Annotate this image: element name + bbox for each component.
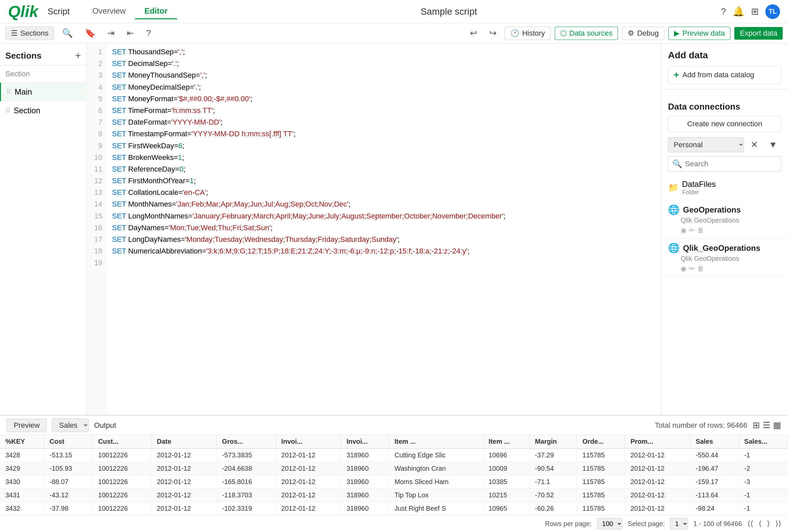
history-button[interactable]: 🕐 History <box>505 27 550 40</box>
col-header-7[interactable]: Item ... <box>389 435 483 448</box>
table-cell: 10385 <box>483 475 529 489</box>
bell-icon[interactable]: 🔔 <box>733 6 744 17</box>
data-table: %KEY Cost Cust... Date Gros... Invoi... … <box>0 435 788 515</box>
col-header-0[interactable]: %KEY <box>0 435 44 448</box>
data-table-container: %KEY Cost Cust... Date Gros... Invoi... … <box>0 435 788 515</box>
sidebar-item-main[interactable]: ⠿ Main 🗑 <box>0 83 86 101</box>
table-cell: -113.64 <box>690 489 739 502</box>
debug-button[interactable]: ⚙ Debug <box>622 27 664 40</box>
outdent-icon[interactable]: ⇤ <box>123 26 138 40</box>
conn-action-select-1[interactable]: ◉ <box>681 265 686 272</box>
col-header-6[interactable]: Invoi... <box>341 435 389 448</box>
bookmark-icon[interactable]: 🔖 <box>81 26 99 40</box>
rows-per-page-select[interactable]: 100 <box>597 518 622 529</box>
list-view-icon[interactable]: ☰ <box>763 420 770 430</box>
table-cell: 10012226 <box>93 475 151 489</box>
table-cell: 2012-01-12 <box>276 462 341 475</box>
undo-icon[interactable]: ↩ <box>466 26 481 40</box>
add-icon: + <box>674 69 679 80</box>
sections-button[interactable]: ☰ Sections <box>5 27 54 40</box>
conn-action-delete-1[interactable]: 🗑 <box>697 265 704 272</box>
col-header-5[interactable]: Invoi... <box>276 435 341 448</box>
table-cell: 115785 <box>577 448 625 462</box>
conn-action-delete-0[interactable]: 🗑 <box>697 226 704 234</box>
folder-item[interactable]: 📁 DataFiles Folder <box>661 176 788 200</box>
datasources-button[interactable]: ⬡ Data sources <box>555 27 618 40</box>
preview-button[interactable]: ▶ Preview data <box>668 27 730 40</box>
table-cell: 3430 <box>0 475 44 489</box>
col-header-9[interactable]: Margin <box>529 435 577 448</box>
conn-globe-0: 🌐 <box>668 204 679 215</box>
expand-filter-icon[interactable]: ▼ <box>765 138 781 152</box>
search-input[interactable] <box>685 160 777 168</box>
preview-tab[interactable]: Preview <box>7 419 47 432</box>
page-first-btn[interactable]: ⟨⟨ <box>747 519 753 528</box>
filter-select[interactable]: Personal <box>668 137 744 152</box>
view-icons: ⊞ ☰ ▦ <box>753 420 781 430</box>
sidebar-header: Sections + <box>0 43 86 66</box>
col-header-13[interactable]: Sales... <box>739 435 788 448</box>
table-row: 3428-513.15100122262012-01-12-573.383520… <box>0 448 788 462</box>
page-prev-btn[interactable]: ⟨ <box>759 519 762 528</box>
table-cell: 10012226 <box>93 448 151 462</box>
grid-icon[interactable]: ⊞ <box>751 6 759 17</box>
conn-action-edit-0[interactable]: ✏ <box>689 226 695 234</box>
search-box[interactable]: 🔍 <box>668 156 781 171</box>
help-icon[interactable]: ? <box>721 6 726 17</box>
page-last-btn[interactable]: ⟩⟩ <box>775 519 781 528</box>
tab-overview[interactable]: Overview <box>83 4 135 19</box>
col-header-3[interactable]: Date <box>151 435 217 448</box>
add-catalog-button[interactable]: + Add from data catalog <box>668 66 781 84</box>
sidebar-title: Sections <box>5 50 41 61</box>
col-header-2[interactable]: Cust... <box>93 435 151 448</box>
col-header-10[interactable]: Orde... <box>577 435 625 448</box>
table-select[interactable]: Sales <box>52 418 88 432</box>
add-section-button[interactable]: + <box>75 50 81 61</box>
table-cell: -43.12 <box>44 489 93 502</box>
table-cell: 10012226 <box>93 502 151 515</box>
table-cell: -3 <box>739 475 788 489</box>
sidebar-item-section-label: Section <box>14 106 81 115</box>
table-cell: -513.15 <box>44 448 93 462</box>
help-icon-toolbar[interactable]: ? <box>142 26 155 40</box>
col-header-12[interactable]: Sales <box>690 435 739 448</box>
datasources-label: Data sources <box>569 29 613 38</box>
indent-icon[interactable]: ⇥ <box>103 26 119 40</box>
sidebar-item-section[interactable]: ⠿ Section <box>0 101 86 120</box>
rows-per-page-label: Rows per page: <box>545 520 592 528</box>
page-select[interactable]: 1 <box>670 518 688 529</box>
search-icon[interactable]: 🔍 <box>58 26 77 40</box>
drag-handle-main: ⠿ <box>6 88 11 96</box>
table-cell: 2012-01-12 <box>276 502 341 515</box>
page-next-btn[interactable]: ⟩ <box>767 519 770 528</box>
table-cell: 318960 <box>341 502 389 515</box>
table-cell: Washington Cran <box>389 462 483 475</box>
col-header-11[interactable]: Prom... <box>625 435 690 448</box>
conn-action-edit-1[interactable]: ✏ <box>689 265 695 272</box>
table-cell: 10965 <box>483 502 529 515</box>
nav-icons: ? 🔔 ⊞ TL <box>721 4 780 19</box>
col-header-4[interactable]: Gros... <box>217 435 276 448</box>
table-cell: -88.07 <box>44 475 93 489</box>
tab-editor[interactable]: Editor <box>135 4 177 19</box>
clear-filter-icon[interactable]: ✕ <box>747 138 762 152</box>
top-nav: Qlik Script Overview Editor Sample scrip… <box>0 0 788 23</box>
col-header-8[interactable]: Item ... <box>483 435 529 448</box>
table-cell: Moms Sliced Ham <box>389 475 483 489</box>
conn-item-1-header: 🌐 Qlik_GeoOperations <box>668 243 781 253</box>
redo-icon[interactable]: ↪ <box>485 26 501 40</box>
search-icon: 🔍 <box>672 159 682 168</box>
create-connection-button[interactable]: Create new connection <box>668 116 781 132</box>
table-cell: -90.54 <box>529 462 577 475</box>
conn-action-select-0[interactable]: ◉ <box>681 226 686 234</box>
conn-globe-1: 🌐 <box>668 243 679 253</box>
col-header-1[interactable]: Cost <box>44 435 93 448</box>
table-cell: 115785 <box>577 489 625 502</box>
avatar[interactable]: TL <box>765 4 780 19</box>
grid-view-icon[interactable]: ⊞ <box>753 420 760 430</box>
export-button[interactable]: Export data <box>734 27 783 40</box>
compact-view-icon[interactable]: ▦ <box>773 420 781 430</box>
datasources-icon: ⬡ <box>560 29 567 38</box>
table-cell: 3432 <box>0 502 44 515</box>
table-cell: 10215 <box>483 489 529 502</box>
